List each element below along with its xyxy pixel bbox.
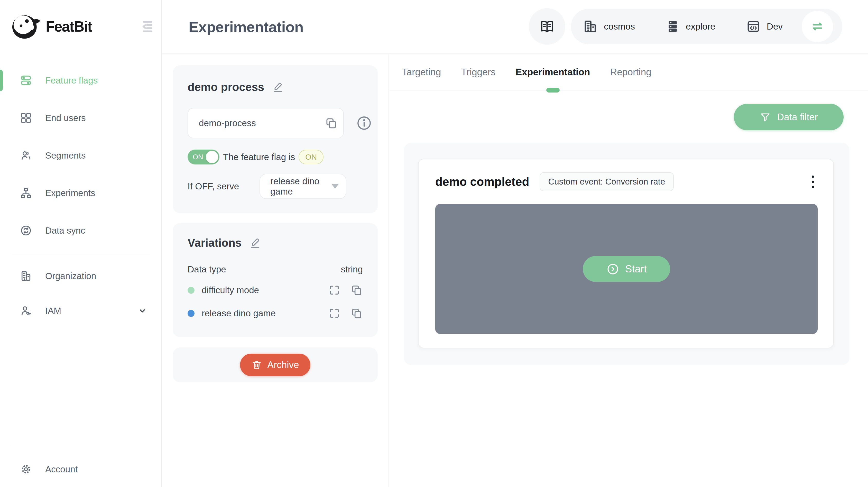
- off-serve-select[interactable]: release dino game: [259, 174, 346, 199]
- trash-icon: [251, 360, 262, 370]
- toggle-state-label: ON: [193, 153, 203, 161]
- organization-icon: [20, 270, 32, 282]
- data-filter-button[interactable]: Data filter: [734, 104, 844, 130]
- variation-row: difficulty mode: [188, 283, 363, 298]
- flag-name: demo process: [188, 81, 264, 94]
- archive-card: Archive: [173, 347, 378, 383]
- experiment-list-container: demo completed Custom event: Conversion …: [404, 143, 849, 365]
- flag-key-info-button[interactable]: [356, 115, 372, 131]
- sidebar-item-label: Experiments: [45, 188, 95, 198]
- page-title: Experimentation: [189, 18, 304, 35]
- variation-name: release dino game: [202, 308, 276, 318]
- brand-name: FeatBit: [46, 18, 92, 35]
- workspace-selector[interactable]: explore: [666, 20, 715, 33]
- start-button-label: Start: [625, 263, 647, 275]
- experiment-card: demo completed Custom event: Conversion …: [418, 159, 834, 348]
- sidebar-item-label: IAM: [45, 306, 61, 316]
- variations-card: Variations Data type string difficulty m…: [173, 223, 378, 337]
- active-item-indicator: [0, 70, 3, 91]
- copy-variation-button[interactable]: [350, 307, 363, 319]
- variation-color-dot: [188, 310, 194, 317]
- open-book-icon: [539, 19, 555, 34]
- experiment-results-placeholder: Start: [435, 204, 818, 334]
- sidebar-item-label: Data sync: [45, 225, 85, 236]
- sidebar-item-label: Segments: [45, 150, 86, 161]
- flag-summary-card: demo process: [173, 65, 378, 213]
- workspace-name: explore: [686, 21, 715, 32]
- sidebar-main-nav: Feature flags End users: [0, 62, 161, 249]
- info-icon: [356, 115, 372, 131]
- sidebar-secondary-nav: Organization IAM: [0, 258, 161, 328]
- copy-variation-button[interactable]: [350, 284, 363, 296]
- switch-environment-button[interactable]: [802, 11, 833, 42]
- page-header: Experimentation: [162, 0, 868, 54]
- variations-title: Variations: [188, 237, 242, 249]
- iam-icon: [20, 305, 32, 317]
- expand-variation-button[interactable]: [329, 307, 340, 319]
- header-actions: cosmos: [529, 8, 842, 45]
- expand-variation-button[interactable]: [329, 284, 340, 296]
- experiment-menu-button[interactable]: [809, 173, 816, 191]
- experiments-icon: [20, 187, 32, 199]
- edit-variations-button[interactable]: [249, 237, 261, 249]
- project-selector[interactable]: cosmos: [583, 19, 635, 34]
- sidebar-item-end-users[interactable]: End users: [0, 99, 161, 137]
- sidebar-footer-nav: Account: [0, 452, 161, 486]
- documentation-button[interactable]: [529, 8, 565, 45]
- sidebar-item-iam[interactable]: IAM: [0, 293, 161, 328]
- off-serve-label: If OFF, serve: [188, 181, 239, 191]
- toggle-knob: [206, 151, 218, 163]
- flag-detail-panel: demo process: [162, 55, 389, 487]
- flag-status-text: The feature flag is: [223, 152, 295, 162]
- tab-label: Experimentation: [516, 67, 590, 78]
- copy-icon: [350, 284, 363, 296]
- circle-play-icon: [606, 263, 620, 276]
- sidebar-collapse-button[interactable]: [140, 19, 155, 34]
- flag-key-field-wrap: [188, 108, 344, 138]
- variation-color-dot: [188, 287, 194, 294]
- copy-icon: [325, 117, 338, 129]
- tab-targeting[interactable]: Targeting: [402, 55, 441, 90]
- tab-experimentation[interactable]: Experimentation: [516, 55, 590, 90]
- end-users-icon: [20, 112, 32, 124]
- sidebar-item-segments[interactable]: Segments: [0, 137, 161, 174]
- tab-reporting[interactable]: Reporting: [610, 55, 651, 90]
- pencil-icon: [249, 237, 261, 249]
- copy-flag-key-button[interactable]: [325, 117, 338, 129]
- sidebar-item-account[interactable]: Account: [0, 452, 161, 486]
- collapse-sidebar-icon: [140, 19, 155, 34]
- logo-row: FeatBit: [0, 0, 161, 43]
- segments-icon: [20, 149, 32, 162]
- sidebar-item-data-sync[interactable]: Data sync: [0, 212, 161, 249]
- sidebar-item-feature-flags[interactable]: Feature flags: [0, 62, 161, 99]
- sidebar-divider: [12, 445, 150, 445]
- experiment-metric-badge: Custom event: Conversion rate: [539, 172, 674, 191]
- flag-key-input[interactable]: [188, 108, 344, 138]
- kebab-dot: [812, 186, 814, 188]
- archive-button[interactable]: Archive: [240, 354, 310, 376]
- gear-icon: [20, 463, 32, 476]
- kebab-dot: [812, 176, 814, 178]
- featbit-whale-logo-icon: [10, 12, 42, 40]
- sidebar-item-organization[interactable]: Organization: [0, 258, 161, 293]
- sidebar-item-experiments[interactable]: Experiments: [0, 174, 161, 212]
- edit-flag-name-button[interactable]: [272, 81, 284, 93]
- sidebar-item-label: Feature flags: [45, 75, 98, 86]
- chevron-down-icon: [137, 306, 148, 316]
- expand-icon: [329, 307, 340, 319]
- environment-name: Dev: [767, 21, 783, 32]
- swap-arrows-icon: [810, 19, 825, 34]
- data-filter-label: Data filter: [777, 112, 818, 123]
- start-experiment-button[interactable]: Start: [583, 256, 670, 282]
- workspace-switcher: cosmos: [571, 9, 842, 44]
- sidebar-spacer: [0, 328, 161, 440]
- data-type-label: Data type: [188, 264, 226, 274]
- flag-tabs: Targeting Triggers Experimentation Repor…: [390, 55, 868, 90]
- feature-flags-icon: [20, 74, 32, 87]
- filter-row: Data filter: [390, 90, 868, 130]
- off-serve-value: release dino game: [270, 176, 332, 196]
- environment-selector[interactable]: Dev: [746, 19, 783, 34]
- tab-triggers[interactable]: Triggers: [461, 55, 495, 90]
- sidebar-item-label: End users: [45, 113, 86, 123]
- feature-flag-toggle[interactable]: ON: [188, 150, 219, 164]
